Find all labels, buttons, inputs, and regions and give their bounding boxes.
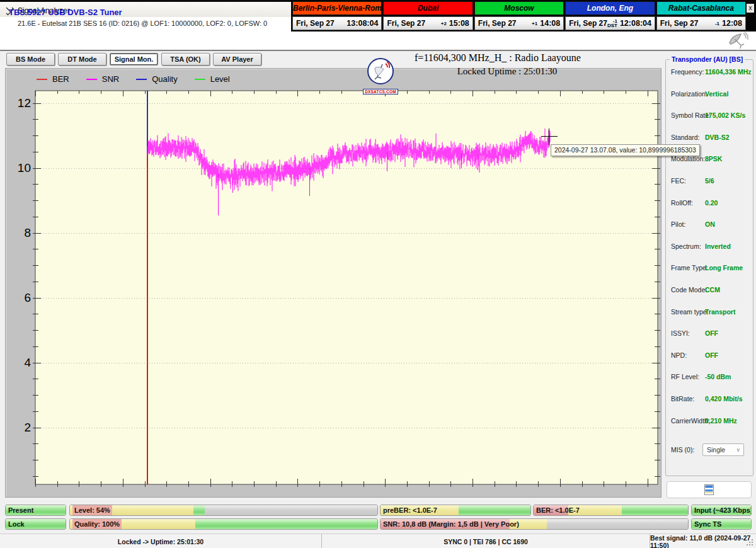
transponder-label: Pilot: <box>671 220 685 228</box>
clock-time: Fri, Sep 27-1DST12:08:04 <box>565 16 655 30</box>
statusbar-uptime: Locked -> Uptime: 25:01:30 <box>0 534 322 548</box>
transponder-label: ISSYI: <box>671 329 690 337</box>
y-axis-label: 2 <box>8 421 31 435</box>
bar-label: BER: <1.0E-7 <box>536 505 580 515</box>
transponder-value: 0,420 Mbit/s <box>705 395 743 402</box>
transponder-row-fec: FEC:5/6 <box>666 177 753 187</box>
signal-analyzer-window: Signal Analyzer Berlin-Paris-Vienna-Roma… <box>0 0 756 548</box>
bar-segment-track <box>205 505 377 515</box>
clock-utc-offset: +2 <box>425 21 449 26</box>
transponder-row-standard: Standard:DVB-S2 <box>666 134 753 144</box>
transponder-panel: Transponder (AU) [BS] Frequency:11604,33… <box>665 55 753 476</box>
legend-label: BER <box>52 74 69 84</box>
clock-utc-offset: -1 <box>698 21 722 26</box>
statusbar-syncts: Sync TS <box>691 518 752 530</box>
tab-bs-mode[interactable]: BS Mode <box>6 53 55 66</box>
clock-london-eng: London, EngFri, Sep 27-1DST12:08:04 <box>565 1 655 30</box>
transponder-label: FEC: <box>671 177 686 185</box>
bar-segment-green <box>459 505 530 515</box>
chart-panel: BERSNRQualityLevel 12108642 <box>5 68 662 498</box>
transponder-row-rolloff: RollOff:0.20 <box>666 199 753 209</box>
bar-segment-green <box>622 505 688 515</box>
y-axis-label: 10 <box>8 161 31 175</box>
bar-label: Level: 54% <box>72 505 112 515</box>
transponder-value: OFF <box>705 329 718 337</box>
transponder-row-frequency: Frequency:11604,336 MHz <box>666 68 753 78</box>
statusbar-snr: SNR: 10,8 dB (Margin: 1,5 dB | Very Poor… <box>380 518 689 530</box>
transponder-value: 175,002 KS/s <box>705 111 745 119</box>
y-axis-label: 12 <box>8 96 31 110</box>
transport-list-icon <box>704 484 714 495</box>
transponder-label: Code Mode: <box>671 286 707 294</box>
transponder-value: 0,210 MHz <box>705 417 737 425</box>
bar-label: Present <box>8 505 33 515</box>
clock-time: Fri, Sep 2713:08:04 <box>292 16 382 30</box>
transponder-row-streamtype: Stream type:Transport <box>666 308 753 318</box>
bar-segment-green <box>195 519 377 529</box>
transponder-row-frametype: Frame Type:Long Frame <box>666 264 753 274</box>
bar-label: Input (~423 Kbps) <box>694 505 752 515</box>
statusbar-quality: Quality: 100% <box>69 518 378 530</box>
transponder-value: Long Frame <box>705 264 743 271</box>
clock-time-value: 15:08 <box>449 19 469 28</box>
legend-swatch-snr <box>86 79 97 80</box>
clock-date: Fri, Sep 27 <box>478 19 517 28</box>
transponder-label: Frame Type: <box>671 264 708 271</box>
transponder-label: BitRate: <box>671 395 694 402</box>
tab-av-player[interactable]: AV Player <box>213 53 261 66</box>
transponder-row-codemode: Code Mode:CCM <box>666 286 753 296</box>
legend-swatch-level <box>195 79 205 80</box>
bar-label: Quality: 100% <box>72 519 122 529</box>
bar-label: SNR: 10,8 dB (Margin: 1,5 dB | Very Poor… <box>383 519 519 529</box>
ts-info-button[interactable] <box>667 481 752 498</box>
tab-tsa-ok-[interactable]: TSA (OK) <box>161 53 210 66</box>
clock-time: Fri, Sep 27+114:08 <box>474 16 564 30</box>
statusbar-level: Level: 54% <box>69 505 378 516</box>
clock-offset-dst: DST <box>607 23 617 28</box>
world-clocks: Berlin-Paris-Vienna-RomaFri, Sep 2713:08… <box>291 0 756 31</box>
clock-offset-value: -1 <box>715 21 719 26</box>
mis-select[interactable]: Single∨ <box>702 443 744 456</box>
close-icon[interactable]: x <box>747 4 754 13</box>
tab-dt-mode[interactable]: DT Mode <box>58 53 106 66</box>
y-axis-label: 8 <box>8 226 31 240</box>
transponder-row-pilot: Pilot:ON <box>666 220 753 231</box>
chart-tooltip: 2024-09-27 13.07.08, value: 10,899999618… <box>551 144 700 156</box>
bar-label: preBER: <1.0E-7 <box>383 505 437 515</box>
statusbar: Locked -> Uptime: 25:01:30 SYNC 0 | TEI … <box>0 534 756 548</box>
transponder-label: Spectrum: <box>671 243 701 250</box>
bar-segment-track <box>547 519 688 529</box>
dxsatcs-logo: DXSATCS.COM <box>360 58 401 88</box>
statusbar-lock: Lock <box>5 518 66 530</box>
tuner-name: TBS 5927 USB DVB-S2 Tuner <box>9 8 122 17</box>
transponder-value: 5/6 <box>705 177 714 185</box>
transponder-value: Vertical <box>705 90 728 98</box>
transponder-row-modulation: Modulation:8PSK <box>666 155 753 165</box>
transponder-row-npd: NPD:OFF <box>666 351 753 362</box>
transponder-value: OFF <box>705 351 718 359</box>
crosshair-cursor-v <box>549 128 549 145</box>
transponder-label: Stream type: <box>671 308 709 316</box>
clock-time: Fri, Sep 27-112:08 <box>656 16 746 30</box>
clock-utc-offset: +1 <box>517 21 541 26</box>
clock-utc-offset: -1DST <box>607 19 620 28</box>
transponder-row-spectrum: Spectrum:Inverted <box>666 243 753 253</box>
legend-item-quality: Quality <box>136 74 177 84</box>
y-axis-label: 4 <box>8 356 31 370</box>
transponder-value: 8PSK <box>705 155 722 163</box>
satellite-icon <box>726 31 748 49</box>
legend-label: Quality <box>152 74 177 84</box>
legend-swatch-quality <box>136 79 147 80</box>
transponder-row-issyi: ISSYI:OFF <box>666 329 753 340</box>
bar-label: Lock <box>8 519 25 529</box>
clock-offset-value: +2 <box>441 21 447 26</box>
transponder-value: -50 dBm <box>705 373 731 380</box>
transponder-row-rflevel: RF Level:-50 dBm <box>666 373 753 383</box>
resize-grip[interactable] <box>746 539 753 546</box>
legend-label: Level <box>210 74 230 84</box>
tab-signal-mon-[interactable]: Signal Mon. <box>110 53 158 66</box>
chart-legend: BERSNRQualityLevel <box>37 74 230 84</box>
transponder-value: DVB-S2 <box>705 134 730 141</box>
legend-item-level: Level <box>195 74 230 84</box>
bar-label: Sync TS <box>694 519 721 529</box>
